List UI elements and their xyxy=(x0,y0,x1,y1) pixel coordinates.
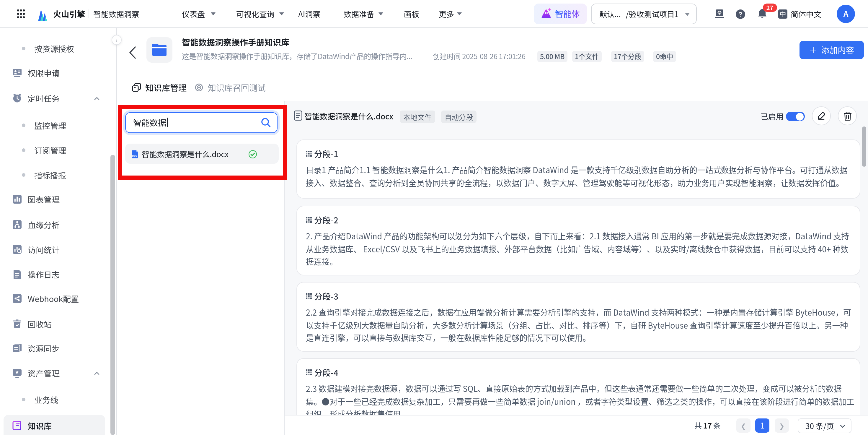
svg-text:中: 中 xyxy=(780,9,786,18)
svg-text:?: ? xyxy=(738,10,742,18)
